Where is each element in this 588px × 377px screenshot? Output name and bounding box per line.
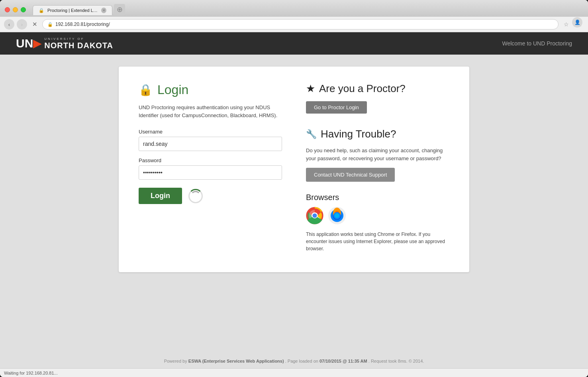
minimize-window-button[interactable] bbox=[13, 7, 18, 12]
browser-description: This application works best using Chrome… bbox=[306, 231, 449, 252]
browser-window: 🔒 Proctoring | Extended Lea… ✕ ⊕ ‹ › ✕ 🔒… bbox=[0, 0, 588, 377]
footer-powered-by: Powered by bbox=[164, 359, 187, 363]
app-header: UN ▶ UNIVERSITY OF NORTH DAKOTA Welcome … bbox=[0, 32, 588, 55]
trouble-description: Do you need help, such as claiming your … bbox=[306, 147, 449, 162]
technical-support-button[interactable]: Contact UND Technical Support bbox=[306, 168, 395, 182]
password-input[interactable] bbox=[139, 165, 282, 180]
star-icon: ★ bbox=[306, 82, 315, 95]
close-window-button[interactable] bbox=[5, 7, 10, 12]
und-letters: UN bbox=[16, 37, 33, 50]
maximize-window-button[interactable] bbox=[21, 7, 26, 12]
main-content: 🔒 Login UND Proctoring requires authenti… bbox=[0, 55, 588, 354]
login-button[interactable]: Login bbox=[139, 188, 182, 204]
tab-title: Proctoring | Extended Lea… bbox=[47, 8, 98, 13]
username-label: Username bbox=[139, 129, 282, 135]
loading-spinner bbox=[188, 189, 203, 203]
svg-point-13 bbox=[335, 213, 339, 218]
proctor-title: Are you a Proctor? bbox=[319, 82, 406, 95]
welcome-text: Welcome to UND Proctoring bbox=[502, 40, 572, 47]
browsers-title: Browsers bbox=[306, 193, 449, 202]
title-bar: 🔒 Proctoring | Extended Lea… ✕ ⊕ bbox=[0, 0, 588, 17]
back-button[interactable]: ‹ bbox=[4, 19, 14, 29]
north-dakota-label: NORTH DAKOTA bbox=[44, 41, 113, 49]
password-group: Password bbox=[139, 157, 282, 180]
footer-eswa: ESWA (Enterprise Services Web Applicatio… bbox=[188, 359, 284, 363]
firefox-icon bbox=[328, 207, 346, 226]
form-actions: Login bbox=[139, 188, 282, 204]
chrome-icon bbox=[306, 207, 323, 226]
footer-date: 07/10/2015 @ 11:35 AM bbox=[319, 359, 367, 363]
traffic-lights: 🔒 Proctoring | Extended Lea… ✕ ⊕ bbox=[5, 4, 583, 15]
login-heading: 🔒 Login bbox=[139, 82, 282, 97]
toolbar: ‹ › ✕ 🔒 192.168.20.81/proctoring/ ☆ ☰ 👤 bbox=[0, 17, 588, 32]
wrench-icon: 🔧 bbox=[306, 129, 317, 139]
login-lock-icon: 🔒 bbox=[139, 83, 153, 96]
username-group: Username bbox=[139, 129, 282, 151]
status-text: Waiting for 192.168.20.81... bbox=[4, 371, 58, 375]
und-arrow-icon: ▶ bbox=[33, 37, 41, 50]
tab-close-button[interactable]: ✕ bbox=[101, 8, 106, 13]
password-label: Password bbox=[139, 157, 282, 163]
right-column: ★ Are you a Proctor? Go to Proctor Login… bbox=[306, 82, 449, 252]
stop-button[interactable]: ✕ bbox=[29, 19, 40, 29]
tab-favicon: 🔒 bbox=[39, 8, 44, 13]
proctor-login-button[interactable]: Go to Proctor Login bbox=[306, 101, 367, 114]
bookmark-button[interactable]: ☆ bbox=[561, 19, 571, 29]
login-card: 🔒 Login UND Proctoring requires authenti… bbox=[119, 67, 469, 272]
footer-request: . Request took 8ms. © 2014. bbox=[368, 359, 424, 363]
url-display: 192.168.20.81/proctoring/ bbox=[55, 22, 110, 27]
address-bar[interactable]: 🔒 192.168.20.81/proctoring/ bbox=[42, 19, 559, 29]
browser-icons bbox=[306, 207, 449, 226]
login-section: 🔒 Login UND Proctoring requires authenti… bbox=[139, 82, 282, 252]
login-description: UND Proctoring requires authentication u… bbox=[139, 104, 282, 119]
university-of-label: UNIVERSITY OF bbox=[44, 37, 113, 41]
active-tab[interactable]: 🔒 Proctoring | Extended Lea… ✕ bbox=[33, 5, 112, 15]
status-bar: Waiting for 192.168.20.81... bbox=[0, 368, 588, 377]
new-tab-button[interactable]: ⊕ bbox=[114, 4, 125, 15]
page-content: UN ▶ UNIVERSITY OF NORTH DAKOTA Welcome … bbox=[0, 32, 588, 368]
und-logo: UN ▶ UNIVERSITY OF NORTH DAKOTA bbox=[16, 37, 113, 50]
browsers-section: Browsers bbox=[306, 193, 449, 252]
trouble-heading: 🔧 Having Trouble? bbox=[306, 128, 449, 140]
und-text-group: UNIVERSITY OF NORTH DAKOTA bbox=[44, 37, 113, 49]
page-footer: Powered by ESWA (Enterprise Services Web… bbox=[0, 354, 588, 368]
forward-button[interactable]: › bbox=[17, 19, 27, 29]
username-input[interactable] bbox=[139, 137, 282, 151]
lock-icon: 🔒 bbox=[47, 22, 53, 27]
profile-button[interactable]: 👤 bbox=[572, 17, 582, 27]
svg-point-5 bbox=[313, 214, 317, 218]
trouble-title: Having Trouble? bbox=[321, 128, 396, 140]
footer-page-loaded: . Page loaded on bbox=[285, 359, 318, 363]
proctor-heading: ★ Are you a Proctor? bbox=[306, 82, 449, 95]
login-title: Login bbox=[157, 82, 188, 97]
